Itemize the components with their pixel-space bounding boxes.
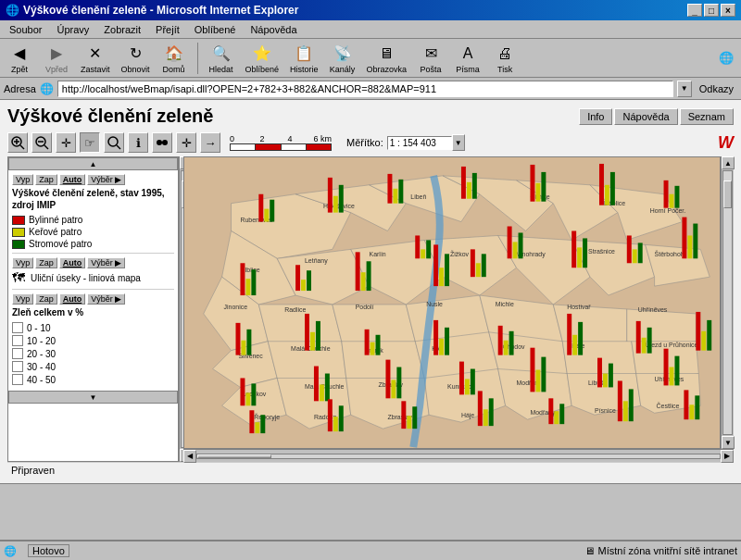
content-area: Výškové členění zeleně Info Nápověda Sez… [0,100,741,484]
napoveda-button[interactable]: Nápověda [614,108,677,125]
legend-scroll-up[interactable]: ▲ [8,157,178,170]
svg-rect-161 [701,331,706,351]
checkbox-30-40: 30 - 40 [12,361,174,372]
vyp-btn-3[interactable]: Vyp [12,293,33,305]
home-button[interactable]: 🏠 Domů [158,40,190,77]
svg-rect-189 [339,405,344,431]
meritko-dropdown[interactable]: ▼ [452,134,465,151]
zap-btn-2[interactable]: Zap [35,257,57,268]
svg-text:Libeň: Libeň [410,193,426,200]
svg-rect-152 [504,341,509,355]
refresh-button[interactable]: ↻ Obnovit [119,40,153,77]
meritko-input[interactable] [387,136,452,150]
channels-button[interactable]: 📡 Kanály [327,40,358,77]
menu-napoveda[interactable]: Nápověda [245,22,302,37]
fullscreen-button[interactable]: 🖥 Obrazovka [364,40,410,77]
map-vscroll-thumb[interactable] [723,180,732,208]
map-hscroll-right[interactable]: ▶ [721,450,734,463]
checkbox-label-10-20: 10 - 20 [27,336,56,346]
print-button[interactable]: 🖨 Tisk [489,40,521,77]
checkbox-icon-0-10[interactable] [12,322,23,333]
pan-button[interactable]: ✛ [56,132,76,153]
map-hscroll-left[interactable]: ◀ [183,450,196,463]
auto-btn-2[interactable]: Auto [59,257,86,268]
mail-button[interactable]: ✉ Pošta [415,40,446,77]
checkbox-icon-40-50[interactable] [12,374,23,385]
arrow-button[interactable]: → [200,132,220,153]
svg-text:Jinonice: Jinonice [224,304,248,310]
vyp-btn-1[interactable]: Vyp [12,174,33,185]
plus-button[interactable]: ✛ [176,132,196,153]
svg-rect-191 [407,416,411,429]
legend-desc-1: Výškové členění zeleně, stav 1995, zdroj… [12,187,174,211]
info-tool-button[interactable]: ℹ [128,132,148,153]
legend-section-2-controls: Vyp Zap Auto Výběr ▶ [12,257,174,268]
svg-rect-149 [439,339,444,355]
minimize-button[interactable]: _ [687,4,702,17]
vyber-btn-3[interactable]: Výběr ▶ [87,293,125,305]
checkbox-label-40-50: 40 - 50 [27,375,56,385]
hand-button[interactable]: ☞ [80,132,100,153]
forward-button[interactable]: ▶ Vpřed [41,40,72,77]
vyber-btn-1[interactable]: Výběr ▶ [87,174,125,185]
svg-rect-115 [356,252,360,291]
svg-text:Písnice: Písnice [595,407,616,414]
address-input[interactable] [57,81,673,97]
svg-rect-106 [682,218,686,259]
menu-soubor[interactable]: Soubor [4,22,47,37]
svg-rect-168 [325,374,330,402]
close-button[interactable]: × [721,4,735,17]
map-hscroll[interactable]: ◀ ▶ [183,449,734,462]
meritko-label: Měřítko: [346,137,383,148]
seznam-button[interactable]: Seznam [680,108,734,125]
menu-oblibene[interactable]: Oblíbené [189,22,242,37]
history-button[interactable]: 📋 Historie [287,40,321,77]
svg-rect-132 [541,172,546,202]
zoom-in-button[interactable] [7,132,28,153]
svg-rect-151 [498,326,503,355]
address-dropdown[interactable]: ▼ [677,81,692,97]
search-button[interactable]: 🔍 Hledat [206,40,237,77]
auto-btn-1[interactable]: Auto [59,174,86,185]
svg-rect-101 [577,247,582,268]
checkbox-icon-20-30[interactable] [12,348,23,359]
svg-text:Horní Počer.: Horní Počer. [650,207,686,214]
zap-btn-3[interactable]: Zap [35,293,57,305]
checkbox-0-10: 0 - 10 [12,322,174,333]
auto-btn-3[interactable]: Auto [59,293,86,305]
measure-icon [155,135,170,150]
svg-rect-144 [316,321,320,351]
svg-rect-137 [670,194,674,208]
menu-zobrazit[interactable]: Zobrazit [98,22,146,37]
menu-upravy[interactable]: Úpravy [51,22,94,37]
zoom-rect-button[interactable] [104,132,124,153]
svg-rect-117 [367,261,371,291]
svg-rect-188 [333,417,338,431]
checkbox-icon-10-20[interactable] [12,335,23,346]
svg-rect-203 [689,404,694,419]
svg-rect-187 [328,399,333,431]
svg-rect-162 [707,320,711,351]
svg-rect-199 [618,380,622,421]
map-canvas[interactable]: Rubeněves Holešovice Libeň Čimice Ďáblic… [183,156,721,449]
back-button[interactable]: ◀ Zpět [4,40,35,77]
zap-btn-1[interactable]: Zap [35,174,57,185]
menu-prejit[interactable]: Přejít [150,22,185,37]
scale-bar: 0 2 4 6 km [230,134,332,151]
vyber-btn-2[interactable]: Výběr ▶ [87,257,125,268]
stop-button[interactable]: ✕ Zastavit [78,40,113,77]
vyp-btn-2[interactable]: Vyp [12,257,33,268]
favorites-button[interactable]: ⭐ Oblíbené [243,40,283,77]
links-button[interactable]: Odkazy [696,83,737,94]
font-button[interactable]: A Písma [452,40,484,77]
legend-scroll-down[interactable]: ▼ [8,391,178,404]
maximize-button[interactable]: □ [704,4,719,17]
measure-button[interactable] [152,132,172,153]
info-button[interactable]: Info [579,108,612,125]
checkbox-icon-30-40[interactable] [12,361,23,372]
map-vscroll[interactable]: ▲ ▼ [721,156,734,449]
home-icon: 🏠 [163,43,185,65]
map-vscroll-up[interactable]: ▲ [722,156,735,169]
zoom-out-button[interactable] [31,132,52,153]
map-vscroll-down[interactable]: ▼ [722,436,735,449]
